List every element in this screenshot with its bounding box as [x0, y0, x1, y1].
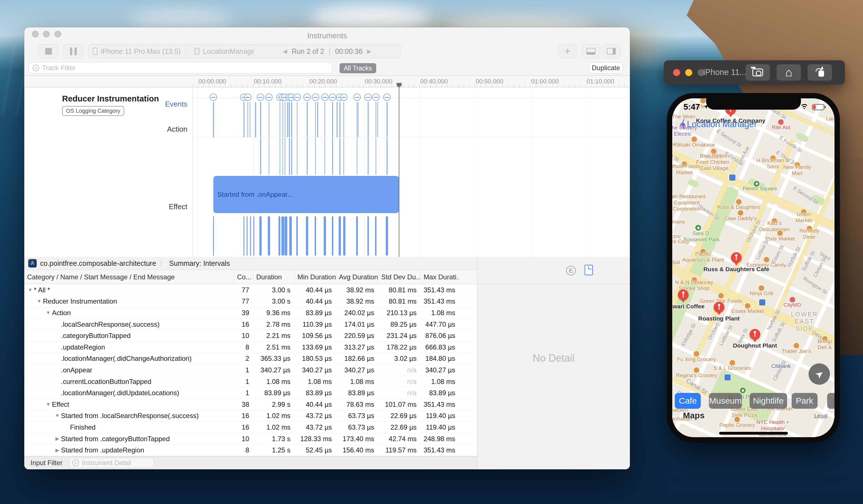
close-button[interactable] — [673, 69, 680, 76]
action-interval[interactable] — [248, 102, 248, 137]
effect-capsule[interactable] — [324, 216, 326, 256]
table-row[interactable]: ▼Started from .localSearchResponse(.succ… — [24, 410, 477, 422]
breadcrumb-target[interactable]: co.pointfree.composable-architecture — [40, 259, 156, 268]
home-button[interactable]: ⌂ — [777, 64, 801, 81]
column-header[interactable]: Std Dev Du... — [378, 270, 421, 284]
effect-interval[interactable] — [289, 138, 290, 175]
track-filter-input[interactable]: ≡ Track Filter — [29, 62, 333, 74]
effect-capsule[interactable] — [343, 216, 346, 256]
event-marker[interactable] — [293, 94, 301, 101]
column-header[interactable]: Avg Duration — [336, 270, 378, 284]
effect-interval[interactable] — [260, 138, 261, 175]
current-location-button[interactable]: ➤ — [809, 363, 830, 385]
playhead[interactable] — [399, 83, 399, 257]
column-header[interactable]: Duration — [253, 270, 295, 284]
action-interval[interactable] — [213, 102, 214, 137]
effect-capsule[interactable] — [356, 216, 358, 256]
table-row[interactable]: ▶Started from .categoryButtonTapped101.7… — [24, 433, 477, 445]
event-marker[interactable] — [372, 94, 379, 101]
effect-interval[interactable] — [315, 138, 316, 175]
effect-capsule[interactable] — [285, 216, 287, 256]
table-row[interactable]: .onAppear1340.27 µs340.27 µs340.27 µsn/a… — [24, 364, 477, 376]
action-interval[interactable] — [287, 102, 288, 137]
effect-capsule[interactable] — [332, 216, 333, 256]
category-button-park[interactable]: Park — [792, 393, 817, 409]
add-instrument-button[interactable]: + — [559, 44, 577, 59]
event-marker[interactable] — [303, 94, 311, 101]
action-interval[interactable] — [283, 102, 283, 137]
event-marker[interactable] — [353, 94, 361, 101]
effect-interval[interactable] — [297, 138, 298, 175]
effect-interval[interactable] — [280, 138, 280, 175]
breadcrumb[interactable]: A co.pointfree.composable-architecture 〉… — [24, 257, 477, 270]
track-header[interactable]: Reducer Instrumentation OS Logging Categ… — [24, 87, 193, 257]
previous-run-icon[interactable]: ◀ — [283, 48, 287, 55]
stop-button[interactable] — [38, 44, 59, 59]
action-interval[interactable] — [339, 102, 340, 137]
effect-interval[interactable] — [269, 138, 270, 175]
event-marker[interactable] — [383, 94, 391, 101]
effect-capsule[interactable] — [306, 216, 308, 256]
action-interval[interactable] — [376, 102, 376, 137]
action-interval[interactable] — [280, 102, 280, 137]
breadcrumb-page[interactable]: Summary: Intervals — [169, 259, 230, 268]
effect-interval[interactable] — [368, 138, 368, 175]
action-interval[interactable] — [250, 102, 251, 137]
effect-interval[interactable] — [291, 138, 292, 175]
event-marker[interactable] — [265, 94, 273, 101]
effect-capsule[interactable] — [375, 216, 376, 256]
pause-button[interactable] — [63, 44, 84, 59]
effect-capsule[interactable] — [243, 216, 245, 256]
effect-capsule[interactable] — [386, 216, 388, 256]
action-interval[interactable] — [315, 102, 316, 137]
table-row[interactable]: .locationManager(.didUpdateLocations)183… — [24, 387, 477, 399]
event-marker[interactable] — [321, 94, 328, 101]
action-interval[interactable] — [343, 102, 344, 137]
map-pin[interactable] — [678, 289, 689, 300]
category-button-nightlife[interactable]: Nightlife — [750, 393, 787, 409]
effect-capsule[interactable] — [282, 216, 284, 256]
event-marker[interactable] — [364, 94, 372, 101]
table-row[interactable]: .updateRegion82.51 ms133.69 µs313.27 µs1… — [24, 341, 477, 353]
all-tracks-badge[interactable]: All Tracks — [339, 63, 376, 73]
timeline-ruler[interactable]: 00:00.00000:10.00000:20.00000:30.00000:4… — [24, 76, 630, 87]
action-interval[interactable] — [368, 102, 368, 137]
event-marker[interactable] — [329, 94, 336, 101]
action-interval[interactable] — [325, 102, 325, 137]
table-row[interactable]: ▼Action399.36 ms83.89 µs240.02 µs210.13 … — [24, 307, 477, 319]
table-row[interactable]: ▼* All *773.00 s40.44 µs38.92 ms80.81 ms… — [24, 284, 477, 296]
action-interval[interactable] — [255, 102, 256, 137]
action-interval[interactable] — [387, 102, 387, 137]
disclosure-triangle-icon[interactable]: ▼ — [45, 310, 52, 316]
effect-interval[interactable] — [307, 138, 308, 175]
onappear-interval-bar[interactable]: Started from .onAppear... — [213, 176, 399, 213]
category-button-museum[interactable]: Museum — [709, 393, 742, 409]
effect-capsule[interactable] — [253, 216, 254, 256]
effect-capsule[interactable] — [367, 216, 369, 256]
action-interval[interactable] — [289, 102, 290, 137]
effect-capsule[interactable] — [296, 216, 298, 256]
column-header[interactable]: Category / Name / Start Message / End Me… — [24, 270, 234, 284]
action-interval[interactable] — [377, 102, 378, 137]
toggle-bottom-pane-button[interactable] — [581, 44, 600, 59]
effect-capsule[interactable] — [289, 216, 292, 256]
column-header[interactable]: Max Durati... — [421, 270, 459, 284]
table-row[interactable]: ▼Effect382.99 s40.44 µs78.63 ms101.07 ms… — [24, 399, 477, 410]
disclosure-triangle-icon[interactable]: ▼ — [54, 413, 61, 418]
next-run-icon[interactable]: ▶ — [367, 48, 371, 55]
category-button-partial[interactable] — [827, 393, 835, 409]
disclosure-triangle-icon[interactable]: ▼ — [45, 402, 52, 407]
effect-capsule[interactable] — [339, 216, 341, 256]
action-interval[interactable] — [337, 102, 338, 137]
screenshot-button[interactable] — [746, 64, 770, 81]
effect-capsule[interactable] — [278, 216, 280, 256]
action-interval[interactable] — [332, 102, 333, 137]
action-interval[interactable] — [269, 102, 270, 137]
effect-interval[interactable] — [332, 138, 333, 175]
effect-capsule[interactable] — [259, 216, 262, 256]
table-row[interactable]: Finished161.02 ms43.72 µs63.73 µs22.69 µ… — [24, 422, 477, 433]
back-navigation[interactable]: 〈 Location Manager — [675, 117, 757, 131]
effect-interval[interactable] — [283, 138, 283, 175]
effect-interval[interactable] — [387, 138, 387, 175]
track-content[interactable]: Started from .onAppear... — [193, 87, 630, 257]
